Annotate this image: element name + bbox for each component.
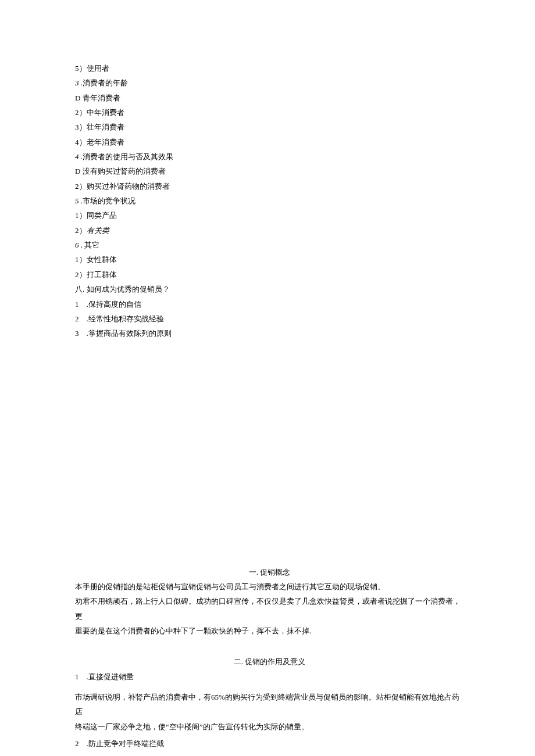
list-item: 2 .经常性地积存实战经验 (75, 311, 464, 326)
list-item: 3 .消费者的年龄 (75, 76, 464, 90)
list-item: 4）老年消费者 (75, 135, 464, 149)
list-text: .消费者的使用与否及其效果 (79, 152, 174, 161)
list-item: D 没有购买过肾药的消费者 (75, 164, 464, 178)
list-item: 2）打工群体 (75, 267, 464, 282)
list-text: .市场的竞争状况 (79, 196, 136, 205)
list-item: 5 .市场的竞争状况 (75, 194, 464, 208)
section-heading: 一. 促销概念 (75, 565, 464, 579)
list-item: 2）有关类 (75, 223, 464, 238)
list-item: 1）女性群体 (75, 252, 464, 267)
list-item: 八. 如何成为优秀的促销员？ (75, 282, 464, 296)
list-item: 4 .消费者的使用与否及其效果 (75, 149, 464, 164)
list-item: 1 .直接促进销量 (75, 669, 464, 684)
list-item: 5）使用者 (75, 61, 464, 76)
list-item: 6 . 其它 (75, 238, 464, 252)
list-item: 1）同类产品 (75, 208, 464, 223)
paragraph-line: 市场调研说明，补肾产品的消费者中，有65%的购买行为受到终端营业员与促销员的影响… (75, 690, 464, 719)
list-text: . 其它 (79, 241, 100, 249)
document-page: 5）使用者 3 .消费者的年龄 D 青年消费者 2）中年消费者 3）壮年消费者 … (0, 0, 535, 756)
list-item: 3 .掌握商品有效陈列的原则 (75, 326, 464, 341)
paragraph-line: 本手册的促销指的是站柜促销与宣销促销与公司员工与消费者之间进行其它互动的现场促销… (75, 579, 464, 594)
paragraph-line: 劝君不用镌顽石，路上行人口似碑。成功的口碑宣传，不仅仅是卖了几盒欢快益肾灵，或者… (75, 594, 464, 624)
list-item: 3）壮年消费者 (75, 120, 464, 134)
section-heading: 二. 促销的作用及意义 (75, 654, 464, 669)
list-item: 2）中年消费者 (75, 105, 464, 120)
list-text: .消费者的年龄 (79, 78, 129, 87)
list-item: 2）购买过补肾药物的消费者 (75, 179, 464, 194)
paragraph-line: 终端这一厂家必争之地，使“空中楼阁”的广告宣传转化为实际的销量。 (75, 719, 464, 734)
list-item: 1 .保持高度的自信 (75, 297, 464, 311)
paragraph-line: 重要的是在这个消费者的心中种下了一颗欢快的种子，挥不去，抹不掉. (75, 624, 464, 638)
list-item: D 青年消费者 (75, 91, 464, 105)
list-text: 有关类 (87, 226, 109, 235)
list-item: 2 .防止竞争对手终端拦截 (75, 736, 464, 751)
list-prefix: 2） (75, 226, 87, 235)
